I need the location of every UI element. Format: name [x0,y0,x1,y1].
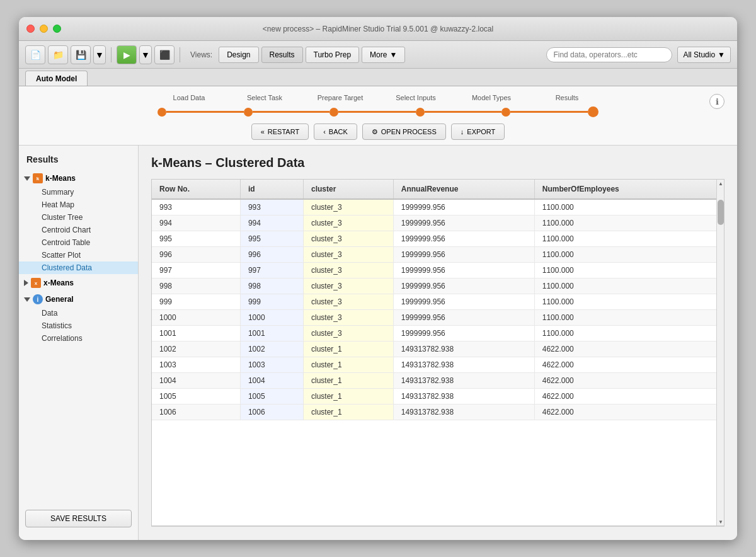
step-line-3 [338,111,416,113]
table-row[interactable]: 10051005cluster_1149313782.9384622.000 [152,389,724,405]
save-results-button[interactable]: SAVE RESULTS [25,510,132,527]
turbo-prep-view-button[interactable]: Turbo Prep [306,47,360,63]
table-cell: cluster_3 [304,326,394,342]
table-cell: 996 [240,247,303,263]
table-row[interactable]: 993993cluster_31999999.9561100.000 [152,199,724,215]
design-view-button[interactable]: Design [219,47,258,63]
window-title: <new process> – RapidMiner Studio Trial … [263,25,493,33]
export-icon: ↓ [461,128,464,135]
table-cell: 999 [152,294,240,310]
table-row[interactable]: 995995cluster_31999999.9561100.000 [152,231,724,247]
info-button[interactable]: ℹ [709,94,724,109]
sidebar-item-scatter-plot[interactable]: Scatter Plot [19,249,138,261]
table-cell: cluster_3 [304,231,394,247]
table-cell: 1000 [152,310,240,326]
step-dot-6 [588,106,598,117]
sidebar-item-data[interactable]: Data [19,307,138,319]
back-button[interactable]: ‹ BACK [314,123,357,140]
table-row[interactable]: 10011001cluster_31999999.9561100.000 [152,326,724,342]
table-cell: 149313782.938 [393,405,534,420]
collapse-icon [24,280,28,286]
table-row[interactable]: 10041004cluster_1149313782.9384622.000 [152,373,724,389]
stop-button[interactable]: ⬛ [154,45,175,64]
table-cell: cluster_1 [304,342,394,357]
scroll-down-icon[interactable]: ▼ [718,518,724,525]
table-cell: 1004 [240,373,303,389]
sidebar: Results k k-Means Summary Heat Map [19,146,139,540]
table-row[interactable]: 10061006cluster_1149313782.9384622.000 [152,405,724,420]
table-cell: cluster_3 [304,310,394,326]
more-view-button[interactable]: More ▼ [362,47,405,63]
table-cell: 1001 [240,326,303,342]
table-row[interactable]: 10031003cluster_1149313782.9384622.000 [152,357,724,373]
table-row[interactable]: 999999cluster_31999999.9561100.000 [152,294,724,310]
table-cell: 1999999.956 [393,326,534,342]
table-cell: 1100.000 [534,247,723,263]
table-cell: 1006 [152,405,240,420]
table-row[interactable]: 996996cluster_31999999.9561100.000 [152,247,724,263]
vertical-scrollbar[interactable]: ▲ ▼ [716,180,724,525]
chevron-left-icon: ‹ [323,128,326,135]
open-process-button[interactable]: ⚙ OPEN PROCESS [362,123,446,140]
table-cell: 995 [240,231,303,247]
save-dropdown-button[interactable]: ▼ [93,45,106,64]
table-cell: 4622.000 [534,357,723,373]
table-cell: 1100.000 [534,263,723,278]
step-track [158,106,598,117]
tabbar: Auto Model [19,69,737,86]
table-row[interactable]: 10001000cluster_31999999.9561100.000 [152,310,724,326]
table-cell: cluster_3 [304,247,394,263]
sidebar-item-cluster-tree[interactable]: Cluster Tree [19,211,138,224]
sidebar-item-clustered-data[interactable]: Clustered Data [19,261,138,274]
table-row[interactable]: 998998cluster_31999999.9561100.000 [152,278,724,294]
general-group-header[interactable]: i General [19,292,138,307]
table-row[interactable]: 997997cluster_31999999.9561100.000 [152,263,724,278]
table-cell: cluster_3 [304,278,394,294]
xmeans-group-header[interactable]: x x-Means [19,275,138,290]
kmeans-group-header[interactable]: k k-Means [19,171,138,186]
horizontal-scrollbar[interactable] [151,526,724,534]
table-row[interactable]: 994994cluster_31999999.9561100.000 [152,215,724,231]
step-line-2 [253,111,330,113]
col-header-num-employees: NumberOfEmployees [534,180,723,199]
table-cell: 1100.000 [534,326,723,342]
new-file-button[interactable]: 📄 [25,45,45,64]
open-file-button[interactable]: 📁 [48,45,68,64]
close-button[interactable] [26,25,35,33]
play-button[interactable]: ▶ [117,45,137,64]
results-view-button[interactable]: Results [261,47,303,63]
col-header-annual-revenue: AnnualRevenue [393,180,534,199]
restart-button[interactable]: « RESTART [251,123,309,140]
auto-model-tab[interactable]: Auto Model [25,71,88,86]
sidebar-item-correlations[interactable]: Correlations [19,332,138,345]
save-button[interactable]: 💾 [71,45,91,64]
table-cell: 149313782.938 [393,373,534,389]
table-row[interactable]: 10021002cluster_1149313782.9384622.000 [152,342,724,357]
export-button[interactable]: ↓ EXPORT [451,123,505,140]
process-icon: ⚙ [372,128,378,136]
sidebar-item-summary[interactable]: Summary [19,186,138,198]
scrollbar-thumb[interactable] [718,200,724,225]
table-cell: 1001 [152,326,240,342]
sidebar-item-statistics[interactable]: Statistics [19,319,138,332]
sidebar-item-heat-map[interactable]: Heat Map [19,198,138,211]
xmeans-label: x-Means [43,278,74,287]
table-cell: cluster_1 [304,357,394,373]
table-cell: 1999999.956 [393,215,534,231]
step-label-select-inputs: Select Inputs [384,94,447,101]
maximize-button[interactable] [53,25,61,33]
sidebar-item-centroid-chart[interactable]: Centroid Chart [19,224,138,236]
step-dot-3 [329,108,338,117]
table-cell: 997 [152,263,240,278]
search-input[interactable] [546,47,672,62]
studio-dropdown[interactable]: All Studio ▼ [677,47,731,63]
scroll-up-icon[interactable]: ▲ [718,180,724,187]
table-cell: 1999999.956 [393,247,534,263]
step-label-results: Results [536,94,598,101]
step-line-1 [166,111,244,113]
play-dropdown-button[interactable]: ▼ [139,45,152,64]
titlebar: <new process> – RapidMiner Studio Trial … [19,17,737,41]
wizard: Load Data Select Task Prepare Target Sel… [19,86,737,146]
sidebar-item-centroid-table[interactable]: Centroid Table [19,236,138,249]
minimize-button[interactable] [40,25,48,33]
